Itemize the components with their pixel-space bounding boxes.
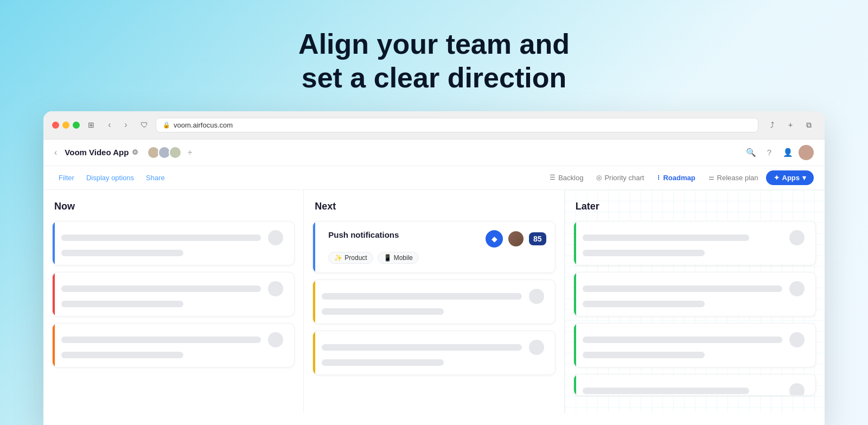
score-badge: 85 (529, 232, 546, 245)
hero-title: Align your team and set a clear directio… (298, 27, 570, 95)
tab-release-plan[interactable]: ⚌ Release plan (703, 171, 764, 185)
tab-backlog[interactable]: ☰ Backlog (544, 171, 589, 185)
app-toolbar: ‹ Voom Video App ⚙ + 🔍 ? 👤 (43, 139, 825, 166)
sidebar-toggle-icon[interactable]: ⊞ (86, 120, 96, 130)
share-ext-icon[interactable]: ⤴ (765, 118, 779, 132)
card-next-3[interactable] (312, 331, 555, 375)
tab-roadmap[interactable]: ⫶ Roadmap (652, 171, 700, 185)
skeleton-avatar (529, 289, 544, 304)
column-next: Next Push notifications ◆ 85 (304, 190, 564, 413)
skeleton-avatar (268, 230, 283, 245)
card-row (583, 383, 805, 396)
browser-window: ⊞ ‹ › 🛡 🔒 voom.airfocus.com ⤴ + ⧉ ‹ Voom… (43, 111, 825, 425)
maximize-button[interactable] (73, 122, 80, 129)
card-border (574, 272, 576, 316)
card-later-2[interactable] (573, 272, 816, 316)
skeleton-subtitle (322, 359, 444, 366)
kanban-board: Now (43, 190, 825, 413)
skeleton-avatar (789, 383, 805, 396)
app-back-button[interactable]: ‹ (54, 148, 57, 157)
skeleton-avatar (268, 332, 283, 347)
address-bar[interactable]: 🔒 voom.airfocus.com (156, 118, 758, 132)
card-later-1[interactable] (573, 221, 816, 265)
help-icon[interactable]: ? (762, 145, 777, 160)
card-row (61, 230, 283, 245)
profile-avatar[interactable] (799, 145, 814, 160)
apps-button[interactable]: ✦ Apps ▾ (766, 170, 814, 185)
close-button[interactable] (52, 122, 59, 129)
display-options-button[interactable]: Display options (82, 172, 138, 184)
card-later-3[interactable] (573, 323, 816, 367)
card-border (53, 221, 55, 265)
browser-actions: ⤴ + ⧉ (765, 118, 816, 132)
minimize-button[interactable] (62, 122, 69, 129)
backlog-icon: ☰ (550, 174, 556, 181)
hero-section: Align your team and set a clear directio… (298, 0, 570, 111)
filter-button[interactable]: Filter (54, 172, 79, 184)
copy-icon[interactable]: ⧉ (802, 118, 816, 132)
skeleton-subtitle (583, 301, 705, 307)
card-row (61, 281, 283, 296)
skeleton-title (583, 337, 782, 343)
tag-mobile[interactable]: 📱 Mobile (378, 252, 419, 264)
tag-product[interactable]: ✨ Product (328, 252, 373, 264)
skeleton-title (583, 234, 749, 241)
card-actions: ◆ 85 (486, 230, 546, 248)
card-row (583, 281, 805, 296)
search-icon[interactable]: 🔍 (743, 145, 758, 160)
tag-mobile-icon: 📱 (384, 254, 392, 262)
lock-icon: 🔒 (163, 122, 170, 129)
skeleton-title (322, 344, 521, 351)
share-button[interactable]: Share (142, 172, 169, 184)
view-tabs: ☰ Backlog ◎ Priority chart ⫶ Roadmap ⚌ R… (544, 170, 814, 185)
card-push-notifications[interactable]: Push notifications ◆ 85 ✨ Product (312, 221, 555, 273)
column-next-header: Next (312, 201, 555, 212)
back-nav-button[interactable]: ‹ (103, 118, 117, 132)
card-border (574, 323, 576, 367)
shield-icon: 🛡 (139, 120, 149, 130)
apps-chevron-icon: ▾ (802, 174, 806, 182)
card-border (313, 331, 315, 375)
card-border (574, 221, 576, 265)
card-title-row: Push notifications ◆ 85 (328, 230, 546, 248)
apps-icon: ✦ (774, 174, 780, 182)
card-now-3[interactable] (52, 323, 295, 367)
tab-priority-chart[interactable]: ◎ Priority chart (591, 171, 649, 185)
assignee-avatar (507, 230, 525, 248)
column-now-header: Now (52, 201, 295, 212)
skeleton-subtitle (61, 250, 183, 256)
card-later-4[interactable] (573, 374, 816, 396)
card-now-1[interactable] (52, 221, 295, 265)
skeleton-avatar (789, 230, 805, 245)
skeleton-avatar (268, 281, 283, 296)
skeleton-title (61, 337, 261, 343)
card-next-2[interactable] (312, 280, 555, 324)
card-now-2[interactable] (52, 272, 295, 316)
new-tab-icon[interactable]: + (783, 118, 797, 132)
roadmap-icon: ⫶ (657, 174, 660, 181)
browser-chrome: ⊞ ‹ › 🛡 🔒 voom.airfocus.com ⤴ + ⧉ (43, 111, 825, 139)
tag-product-label: Product (344, 254, 367, 262)
card-row (61, 332, 283, 347)
card-title: Push notifications (328, 230, 486, 239)
settings-icon[interactable]: ⚙ (132, 148, 138, 156)
skeleton-subtitle (583, 352, 705, 358)
skeleton-avatar (529, 340, 544, 355)
traffic-lights (52, 122, 80, 129)
add-member-button[interactable]: + (187, 148, 192, 157)
browser-nav: ‹ › (103, 118, 133, 132)
app-title: Voom Video App ⚙ (65, 148, 138, 157)
column-now: Now (43, 190, 304, 413)
user-icon[interactable]: 👤 (780, 145, 795, 160)
card-inner: Push notifications ◆ 85 ✨ Product (324, 230, 546, 264)
release-plan-icon: ⚌ (709, 174, 714, 181)
skeleton-subtitle (61, 301, 183, 307)
card-row (322, 340, 544, 355)
forward-nav-button[interactable]: › (119, 118, 133, 132)
column-later-header: Later (573, 201, 816, 212)
skeleton-title (322, 293, 521, 300)
skeleton-title (61, 234, 261, 241)
card-border (574, 375, 576, 395)
toolbar-right: 🔍 ? 👤 (743, 145, 814, 160)
card-row (583, 230, 805, 245)
